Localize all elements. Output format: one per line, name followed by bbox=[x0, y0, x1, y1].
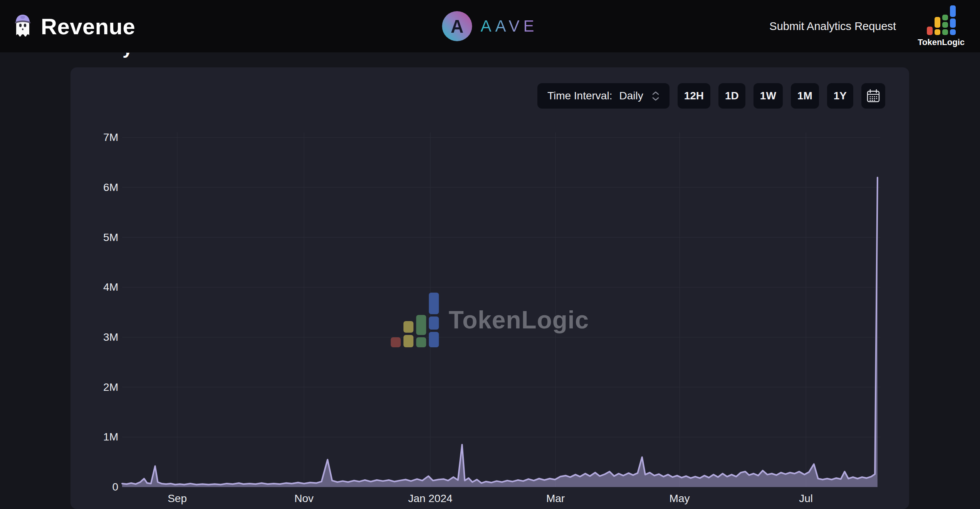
calendar-button[interactable] bbox=[861, 83, 885, 109]
x-axis-tick-label: Jan 2024 bbox=[399, 492, 461, 505]
tokenlogic-label: TokenLogic bbox=[918, 37, 965, 47]
y-axis-tick-label: 3M bbox=[70, 331, 118, 343]
y-axis-tick-label: 7M bbox=[70, 131, 118, 144]
aave-logo[interactable]: A AAVE bbox=[442, 11, 538, 41]
header-brand: Revenue bbox=[13, 13, 135, 39]
aave-circle-icon: A bbox=[442, 11, 472, 41]
header-right: Submit Analytics Request TokenLogic bbox=[769, 5, 965, 47]
chevron-up-down-icon bbox=[652, 91, 659, 101]
range-button-1d[interactable]: 1D bbox=[718, 83, 745, 109]
y-axis-tick-label: 0 bbox=[70, 481, 118, 493]
x-axis-tick-label: Mar bbox=[525, 492, 586, 505]
calendar-icon bbox=[867, 89, 880, 103]
y-axis-tick-label: 1M bbox=[70, 431, 118, 443]
time-interval-label: Time Interval: bbox=[547, 90, 612, 102]
aave-wordmark: AAVE bbox=[481, 17, 538, 35]
aave-letter: A bbox=[451, 15, 463, 37]
y-axis-tick-label: 5M bbox=[70, 231, 118, 244]
time-interval-select[interactable]: Time Interval: Daily bbox=[537, 83, 670, 109]
time-interval-value: Daily bbox=[619, 90, 643, 102]
chart-controls: Time Interval: Daily 12H 1D 1W 1M 1Y bbox=[537, 83, 885, 109]
range-button-1w[interactable]: 1W bbox=[753, 83, 783, 109]
range-button-12h[interactable]: 12H bbox=[678, 83, 710, 109]
y-axis: 01M2M3M4M5M6M7M bbox=[70, 132, 118, 488]
revenue-area-fill bbox=[122, 177, 878, 487]
submit-analytics-request-link[interactable]: Submit Analytics Request bbox=[769, 20, 896, 33]
revenue-line bbox=[122, 177, 878, 485]
y-axis-tick-label: 4M bbox=[70, 281, 118, 293]
x-axis-tick-label: Nov bbox=[273, 492, 335, 505]
tokenlogic-bars-icon bbox=[927, 5, 956, 35]
x-axis: SepNovJan 2024MarMayJul bbox=[122, 492, 880, 508]
y-axis-tick-label: 2M bbox=[70, 381, 118, 393]
revenue-area-chart[interactable] bbox=[122, 132, 880, 488]
x-axis-tick-label: Jul bbox=[775, 492, 837, 505]
y-axis-tick-label: 6M bbox=[70, 181, 118, 194]
ghost-logo-icon bbox=[13, 13, 32, 39]
range-button-1m[interactable]: 1M bbox=[791, 83, 819, 109]
chart-panel: Time Interval: Daily 12H 1D 1W 1M 1Y bbox=[70, 67, 909, 509]
page-title: Revenue bbox=[41, 13, 135, 39]
tokenlogic-logo[interactable]: TokenLogic bbox=[918, 5, 965, 47]
top-header: Revenue A AAVE Submit Analytics Request … bbox=[0, 0, 980, 52]
x-axis-tick-label: May bbox=[649, 492, 710, 505]
range-button-1y[interactable]: 1Y bbox=[827, 83, 853, 109]
scrolled-title-fragment: y bbox=[123, 53, 136, 59]
x-axis-tick-label: Sep bbox=[146, 492, 208, 505]
